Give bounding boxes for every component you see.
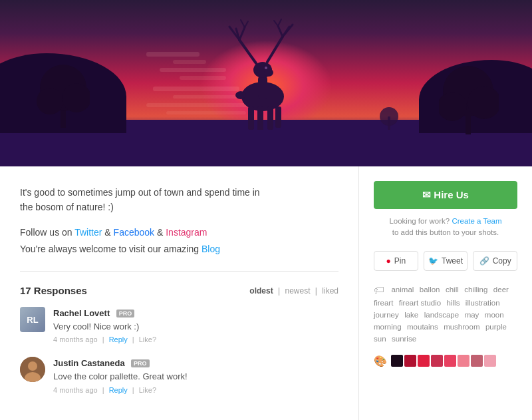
tag-fireart-studio[interactable]: fireart studio (399, 299, 441, 307)
tag-ballon[interactable]: ballon (420, 286, 440, 294)
comment-1: RL Rachel Lovett PRO Very cool! Nice wor… (20, 307, 338, 343)
swatch-8[interactable] (484, 355, 496, 367)
svg-point-11 (264, 69, 273, 77)
swatch-5[interactable] (444, 355, 456, 367)
svg-rect-14 (257, 106, 263, 130)
colors-section: 🎨 (374, 355, 517, 367)
blog-link[interactable]: Blog (201, 244, 220, 254)
svg-line-27 (278, 26, 283, 37)
copy-button[interactable]: 🔗 Copy (473, 251, 517, 271)
filter-liked[interactable]: liked (322, 286, 338, 296)
responses-title: 17 Responses (20, 285, 87, 296)
svg-line-24 (267, 37, 283, 62)
instagram-link[interactable]: Instagram (166, 227, 207, 238)
avatar-justin (20, 357, 45, 382)
tag-animal[interactable]: animal (391, 286, 414, 294)
comment-text-1: Very cool! Nice work :) (53, 321, 156, 333)
color-swatches (391, 355, 496, 367)
copy-icon: 🔗 (479, 256, 489, 266)
svg-point-3 (62, 83, 90, 112)
swatch-2[interactable] (404, 355, 416, 367)
svg-line-29 (274, 21, 278, 26)
avatar-rachel: RL (20, 307, 45, 332)
pro-badge-1: PRO (116, 310, 135, 317)
pin-button[interactable]: ● Pin (374, 251, 418, 271)
hire-sub-text: Looking for work? Create a Team to add t… (374, 216, 517, 239)
svg-point-17 (235, 91, 246, 99)
tag-mushroom[interactable]: mushroom (444, 323, 479, 331)
right-column: ✉ Hire Us Looking for work? Create a Tea… (359, 166, 532, 420)
svg-rect-31 (388, 116, 390, 130)
svg-point-6 (439, 92, 467, 121)
like-link-1[interactable]: Like? (139, 335, 156, 343)
comment-meta-1: 4 months ago | Reply | Like? (53, 335, 156, 343)
svg-line-21 (239, 27, 245, 40)
svg-line-22 (241, 20, 245, 27)
tag-morning[interactable]: morning (374, 323, 402, 331)
svg-point-2 (37, 88, 63, 114)
hire-us-button[interactable]: ✉ Hire Us (374, 181, 517, 209)
tag-illustration[interactable]: illustration (466, 299, 500, 307)
twitter-icon: 🐦 (428, 256, 438, 266)
svg-rect-16 (275, 106, 281, 128)
svg-rect-15 (267, 106, 273, 130)
svg-line-18 (239, 40, 256, 63)
hero-image (0, 0, 532, 166)
description-text: It's good to sometimes jump out of town … (20, 185, 338, 215)
tag-hills[interactable]: hills (447, 299, 460, 307)
social-links: Follow us on Twitter & Facebook & Instag… (20, 224, 338, 258)
tag-lake[interactable]: lake (404, 311, 418, 319)
responses-header: 17 Responses oldest | newest | liked (20, 285, 338, 296)
tag-purple[interactable]: purple (485, 323, 507, 331)
tag-may[interactable]: may (465, 311, 479, 319)
svg-point-12 (265, 67, 267, 69)
tag-icon: 🏷 (374, 284, 384, 296)
svg-line-26 (283, 27, 289, 37)
tag-landscape[interactable]: landscape (424, 311, 459, 319)
swatch-1[interactable] (391, 355, 403, 367)
swatch-4[interactable] (431, 355, 443, 367)
tags-section: 🏷 animal ballon chill chilling deer fire… (374, 283, 517, 344)
svg-line-28 (278, 19, 281, 26)
filter-oldest[interactable]: oldest (249, 286, 273, 296)
tag-deer[interactable]: deer (493, 286, 509, 294)
main-content: It's good to sometimes jump out of town … (0, 166, 532, 420)
action-buttons: ● Pin 🐦 Tweet 🔗 Copy (374, 251, 517, 271)
reply-link-1[interactable]: Reply (109, 335, 128, 343)
comment-2: Justin Castaneda PRO Love the color pall… (20, 357, 338, 393)
divider (20, 271, 338, 272)
tweet-button[interactable]: 🐦 Tweet (424, 251, 468, 271)
tag-moutains[interactable]: moutains (407, 323, 438, 331)
create-team-link[interactable]: Create a Team (452, 217, 501, 225)
comment-text-2: Love the color pallette. Great work! (53, 371, 188, 383)
left-column: It's good to sometimes jump out of town … (0, 166, 359, 420)
tag-chill[interactable]: chill (446, 286, 459, 294)
svg-rect-9 (258, 75, 267, 99)
tag-fireart[interactable]: fireart (374, 299, 393, 307)
svg-rect-13 (248, 106, 254, 130)
facebook-link[interactable]: Facebook (114, 227, 154, 238)
swatch-6[interactable] (458, 355, 469, 367)
comment-body-1: Rachel Lovett PRO Very cool! Nice work :… (53, 307, 156, 343)
reply-link-2[interactable]: Reply (109, 386, 128, 394)
comment-body-2: Justin Castaneda PRO Love the color pall… (53, 357, 188, 393)
swatch-7[interactable] (471, 355, 483, 367)
tag-sun[interactable]: sun (374, 335, 386, 343)
comment-author-2: Justin Castaneda PRO (53, 357, 188, 369)
svg-point-33 (28, 361, 37, 371)
tag-chilling[interactable]: chilling (464, 286, 487, 294)
pinterest-icon: ● (386, 256, 391, 266)
tags-content: animal ballon chill chilling deer firear… (374, 283, 511, 343)
tag-journey[interactable]: journey (374, 311, 399, 319)
tag-moon[interactable]: moon (485, 311, 504, 319)
tag-sunrise[interactable]: sunrise (392, 335, 416, 343)
filter-newest[interactable]: newest (285, 286, 310, 296)
like-link-2[interactable]: Like? (139, 386, 156, 394)
svg-line-23 (245, 21, 248, 27)
swatch-3[interactable] (418, 355, 430, 367)
palette-icon: 🎨 (374, 355, 387, 367)
twitter-link[interactable]: Twitter (74, 227, 102, 238)
pro-badge-2: PRO (131, 359, 150, 367)
comment-author-1: Rachel Lovett PRO (53, 307, 156, 319)
comment-meta-2: 4 months ago | Reply | Like? (53, 386, 188, 394)
